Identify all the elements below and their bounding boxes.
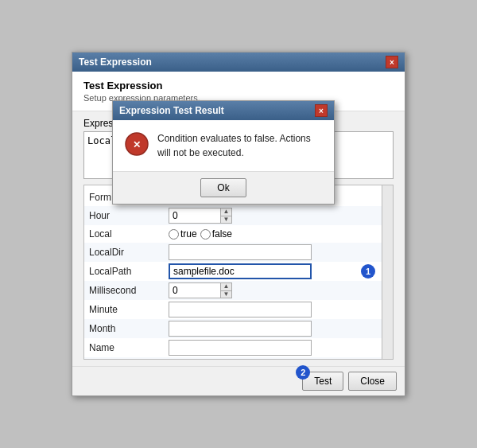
param-name-name: Name — [89, 342, 169, 353]
dialog-footer: 2 Test Close — [72, 366, 405, 395]
param-value-name — [169, 340, 388, 356]
localpath-input[interactable] — [169, 263, 312, 279]
param-row-name: Name — [84, 338, 393, 357]
param-value-month — [169, 321, 388, 337]
param-name-local: Local — [89, 228, 169, 240]
result-message: Condition evaluates to false. Actions wi… — [157, 131, 323, 160]
param-name-localdir: LocalDir — [89, 247, 169, 258]
param-row-localpath: LocalPath 1 — [84, 262, 393, 281]
result-dialog-title: Expression Test Result — [119, 105, 224, 116]
param-name-minute: Minute — [89, 304, 169, 315]
param-value-minute — [169, 302, 388, 317]
param-value-localpath: 1 — [169, 263, 388, 279]
result-close-button[interactable]: × — [315, 104, 328, 117]
dialog-title: Test Expression — [79, 56, 152, 68]
param-name-month: Month — [89, 323, 169, 334]
millisecond-spinner-arrows: ▲ ▼ — [220, 283, 231, 298]
param-value-localdir — [169, 244, 388, 260]
param-row-millisecond: Millisecond ▲ ▼ — [84, 281, 393, 300]
param-value-hour: ▲ ▼ — [169, 208, 388, 224]
param-row-hour: Hour ▲ ▼ — [84, 206, 393, 225]
result-body: ✕ Condition evaluates to false. Actions … — [113, 120, 334, 171]
error-icon: ✕ — [124, 131, 149, 157]
hour-spinner-wrap: ▲ ▼ — [169, 208, 232, 224]
param-row-minute: Minute — [84, 300, 393, 319]
svg-text:✕: ✕ — [133, 139, 141, 150]
params-section: FormDataFound true false Hour ▲ — [83, 185, 394, 360]
param-row-localdir: LocalDir — [84, 243, 393, 262]
close-button[interactable]: Close — [348, 372, 397, 391]
localdir-input[interactable] — [169, 244, 312, 260]
radio-false-local[interactable]: false — [200, 228, 232, 240]
result-dialog: Expression Test Result × ✕ Condition eva… — [112, 100, 335, 205]
params-list: FormDataFound true false Hour ▲ — [84, 185, 393, 359]
ok-button[interactable]: Ok — [200, 178, 246, 197]
result-footer: Ok — [113, 171, 334, 204]
main-dialog: Test Expression × Test Expression Setup … — [72, 52, 405, 396]
result-title-bar: Expression Test Result × — [113, 101, 334, 120]
minute-input[interactable] — [169, 302, 312, 317]
hour-spin-down[interactable]: ▼ — [221, 216, 231, 224]
param-row-month: Month — [84, 319, 393, 338]
month-input[interactable] — [169, 321, 312, 337]
name-input[interactable] — [169, 340, 312, 356]
millisecond-spin-down[interactable]: ▼ — [221, 291, 231, 298]
param-name-millisecond: Millisecond — [89, 285, 169, 296]
param-name-localpath: LocalPath — [89, 266, 169, 277]
test-button-wrap: 2 Test — [302, 372, 343, 391]
hour-spinner-arrows: ▲ ▼ — [220, 208, 231, 223]
param-row-second: Second — [84, 357, 393, 359]
scrollbar[interactable] — [382, 185, 393, 359]
title-bar: Test Expression × — [72, 53, 405, 72]
header-title: Test Expression — [83, 80, 394, 92]
badge-1: 1 — [361, 264, 375, 279]
param-name-hour: Hour — [89, 210, 169, 221]
param-value-millisecond: ▲ ▼ — [169, 282, 388, 298]
main-close-button[interactable]: × — [386, 56, 398, 68]
param-row-local: Local true false — [84, 225, 393, 243]
radio-true-local[interactable]: true — [169, 228, 197, 240]
param-value-local: true false — [169, 228, 388, 240]
millisecond-spinner-wrap: ▲ ▼ — [169, 282, 232, 298]
